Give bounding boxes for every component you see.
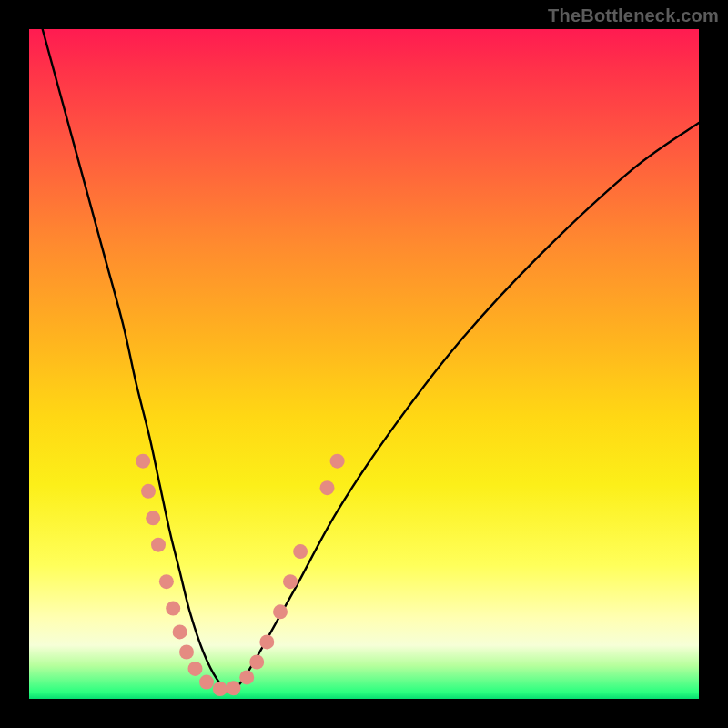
- data-dot: [188, 662, 203, 676]
- data-dot: [259, 634, 274, 649]
- curve-svg: [29, 29, 699, 699]
- data-dot: [159, 574, 174, 589]
- data-dot: [213, 682, 228, 696]
- data-dot: [283, 574, 298, 589]
- data-dot: [151, 538, 166, 552]
- data-dot: [227, 681, 241, 695]
- data-dot: [199, 675, 214, 690]
- data-dot: [273, 604, 288, 619]
- plot-area: [29, 29, 699, 699]
- data-dot: [173, 624, 187, 639]
- data-dot: [320, 480, 335, 495]
- curve-dots: [136, 454, 345, 696]
- data-dot: [136, 454, 150, 469]
- data-dot: [330, 454, 345, 469]
- bottleneck-curve: [43, 29, 699, 693]
- data-dot: [179, 645, 194, 660]
- watermark-text: TheBottleneck.com: [548, 5, 719, 26]
- data-dot: [146, 511, 160, 525]
- data-dot: [141, 484, 156, 499]
- data-dot: [239, 670, 254, 684]
- data-dot: [166, 602, 180, 616]
- data-dot: [293, 544, 308, 559]
- data-dot: [249, 655, 264, 670]
- chart-frame: TheBottleneck.com: [0, 0, 728, 728]
